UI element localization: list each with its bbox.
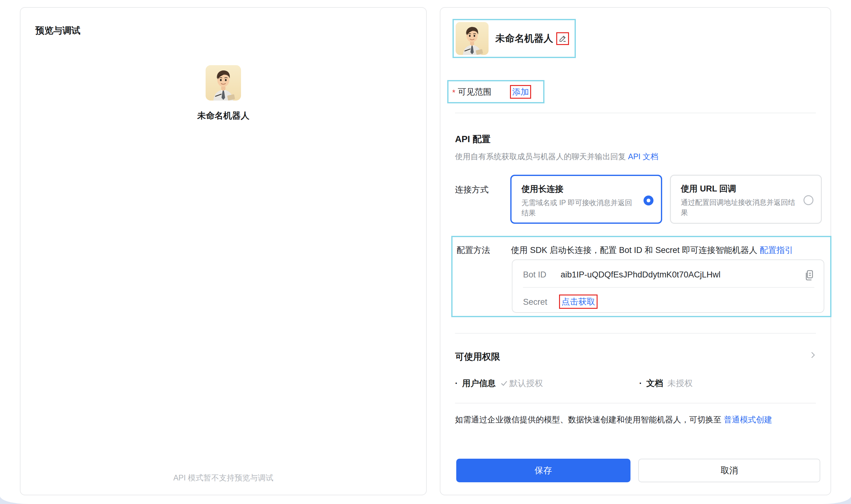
copy-bot-id-button[interactable] <box>803 269 816 282</box>
bot-id-label: Bot ID <box>523 270 546 280</box>
page-corner-decoration <box>822 496 851 504</box>
bullet: · <box>455 379 458 388</box>
divider <box>455 403 816 403</box>
option-url-callback[interactable]: 使用 URL 回调 通过配置回调地址接收消息并返回结果 <box>670 175 822 224</box>
api-config-title: API 配置 <box>455 133 490 146</box>
api-config-description-text: 使用自有系统获取成员与机器人的聊天并输出回复 <box>455 152 628 161</box>
option-long-connection[interactable]: 使用长连接 无需域名或 IP 即可接收消息并返回结果 <box>510 175 662 224</box>
bot-name: 未命名机器人 <box>496 32 553 45</box>
page-corner-decoration <box>0 496 29 504</box>
option-title: 使用长连接 <box>521 183 661 195</box>
preview-bot: 未命名机器人 <box>20 65 426 122</box>
permission-name: 文档 <box>646 378 663 389</box>
method-description: 使用 SDK 启动长连接，配置 Bot ID 和 Secret 即可连接智能机器… <box>511 245 793 256</box>
permission-status: 未授权 <box>667 378 693 389</box>
permission-item-doc: · 文档 未授权 <box>639 378 693 389</box>
radio-unselected-icon[interactable] <box>803 195 813 205</box>
method-description-text: 使用 SDK 启动长连接，配置 Bot ID 和 Secret 即可连接智能机器… <box>511 246 760 255</box>
config-guide-link[interactable]: 配置指引 <box>760 246 793 255</box>
api-config-description: 使用自有系统获取成员与机器人的聊天并输出回复 API 文档 <box>455 151 658 162</box>
settings-panel: 未命名机器人 * 可见范围 添加 API 配置 使用自有系统获取成员与机器人的聊… <box>440 7 831 495</box>
permissions-title: 可使用权限 <box>455 351 500 363</box>
bot-avatar <box>206 65 241 101</box>
connection-label: 连接方式 <box>455 184 489 195</box>
method-section: 配置方法 使用 SDK 启动长连接，配置 Bot ID 和 Secret 即可连… <box>451 236 831 317</box>
credentials-card: Bot ID aib1IP-uQDQfEsJPhdDdytmK0t70ACjLH… <box>512 259 824 313</box>
api-doc-link[interactable]: API 文档 <box>628 152 658 161</box>
required-mark: * <box>452 88 455 97</box>
divider <box>523 287 814 288</box>
bot-header: 未命名机器人 <box>453 19 576 58</box>
switch-mode-text: 如需通过企业微信提供的模型、数据快速创建和使用智能机器人，可切换至 <box>455 415 724 424</box>
radio-selected-icon[interactable] <box>644 196 654 205</box>
method-label: 配置方法 <box>456 245 490 256</box>
save-button[interactable]: 保存 <box>456 459 630 482</box>
divider <box>455 333 816 334</box>
pencil-icon <box>558 34 567 43</box>
get-secret-link[interactable]: 点击获取 <box>559 294 597 309</box>
permissions-expand-button[interactable] <box>808 350 817 360</box>
preview-unavailable-note: API 模式暂不支持预览与调试 <box>20 473 426 483</box>
visibility-label: 可见范围 <box>458 86 491 97</box>
cancel-button[interactable]: 取消 <box>638 459 820 482</box>
bot-avatar-small[interactable] <box>456 22 489 55</box>
secret-label: Secret <box>523 297 547 307</box>
bot-id-value: aib1IP-uQDQfEsJPhdDdytmK0t70ACjLHwl <box>561 270 720 280</box>
add-visibility-link[interactable]: 添加 <box>510 85 531 99</box>
preview-title: 预览与调试 <box>35 24 81 37</box>
option-description: 通过配置回调地址接收消息并返回结果 <box>681 197 795 218</box>
page: 预览与调试 未命名机器人 API 模式暂不支持预览与调试 未命名机器人 <box>0 0 851 504</box>
preview-panel: 预览与调试 未命名机器人 API 模式暂不支持预览与调试 <box>20 7 427 495</box>
permission-item-userinfo: · 用户信息 默认授权 <box>455 378 543 389</box>
divider <box>455 113 816 113</box>
check-icon <box>500 379 508 387</box>
chevron-right-icon <box>808 350 817 360</box>
bullet: · <box>639 379 642 388</box>
visibility-row: * 可见范围 添加 <box>447 80 544 103</box>
copy-icon <box>803 269 816 282</box>
permission-name: 用户信息 <box>462 378 496 389</box>
permission-status: 默认授权 <box>509 378 543 389</box>
option-description: 无需域名或 IP 即可接收消息并返回结果 <box>521 198 636 218</box>
normal-mode-link[interactable]: 普通模式创建 <box>724 415 772 424</box>
preview-bot-name: 未命名机器人 <box>20 110 426 122</box>
edit-name-button[interactable] <box>556 32 569 45</box>
switch-mode-note: 如需通过企业微信提供的模型、数据快速创建和使用智能机器人，可切换至 普通模式创建 <box>455 414 772 425</box>
option-title: 使用 URL 回调 <box>681 183 821 194</box>
